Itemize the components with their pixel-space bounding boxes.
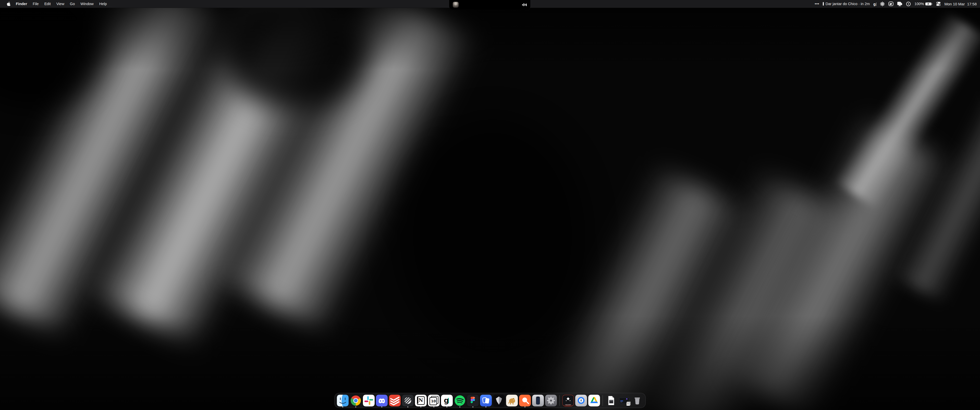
dock-spline[interactable] [493, 393, 505, 408]
dock-google-drive[interactable] [588, 393, 600, 408]
running-indicator [342, 407, 343, 407]
screenshot-file-badge: 11 [626, 402, 630, 406]
notion-glyph: N [415, 397, 427, 403]
menu-help[interactable]: Help [97, 0, 110, 8]
chrome-icon [350, 395, 362, 407]
dock-notion[interactable]: N [415, 393, 427, 408]
grammarly-cursor-icon[interactable]: g [873, 2, 877, 6]
dock-postman[interactable] [519, 393, 531, 408]
spotify-icon [454, 395, 466, 407]
dock-system-settings[interactable] [545, 393, 557, 408]
dock-trash[interactable] [632, 393, 643, 408]
grammarly-icon: g [441, 395, 453, 407]
dock: N 10 g [334, 393, 646, 408]
raycast-label: raycast [562, 404, 574, 405]
menu-go[interactable]: Go [67, 0, 78, 8]
battery-charging-icon [925, 2, 932, 6]
notion-icon: N [415, 395, 427, 407]
apple-logo-icon [6, 2, 11, 6]
menu-edit[interactable]: Edit [41, 0, 54, 8]
figma-icon [467, 395, 479, 407]
grammarly-glyph: g [441, 396, 453, 405]
running-indicator [433, 407, 434, 407]
control-center-icon[interactable] [936, 2, 941, 6]
wallpaper-bottom-shade [0, 0, 980, 410]
running-indicator [355, 407, 356, 407]
dock-divider [559, 395, 560, 406]
system-settings-icon [545, 395, 557, 407]
dock-iphone-mirroring[interactable] [532, 393, 544, 408]
dock-raycast[interactable]: raycast [562, 393, 574, 408]
discord-icon [376, 395, 388, 407]
overflow-ellipsis-icon[interactable]: ••• [815, 2, 819, 6]
dock-1password[interactable] [575, 393, 587, 408]
running-indicator [473, 407, 473, 407]
running-indicator [420, 407, 422, 407]
dock-grammarly[interactable]: g [441, 393, 453, 408]
dock-paste[interactable] [480, 393, 492, 408]
capture-app-icon[interactable] [888, 2, 894, 6]
sun-burst-icon[interactable] [880, 2, 885, 6]
dock-figma[interactable] [467, 393, 479, 408]
google-drive-icon [588, 395, 600, 407]
wallpaper [0, 0, 980, 410]
dock-screenshot-file[interactable]: 11 [618, 393, 630, 408]
dock-todoist[interactable] [389, 393, 401, 408]
document-file-icon [605, 395, 617, 407]
postgres-icon [506, 395, 518, 407]
calendar-event-item[interactable]: Dar jantar do Chico · in 2m [823, 2, 870, 6]
display-mirroring-icon[interactable] [897, 2, 902, 6]
running-indicator [407, 407, 408, 407]
notion-calendar-icon: 10 [428, 395, 440, 407]
menu-view[interactable]: View [54, 0, 67, 8]
menu-bar-left: Finder File Edit View Go Window Help [0, 0, 110, 8]
running-indicator [381, 407, 382, 407]
raycast-icon: raycast [562, 395, 574, 407]
battery-percent: 100% [915, 2, 924, 6]
menubar-clock[interactable]: Mon 10 Mar 17:58 [944, 2, 977, 6]
todoist-icon [389, 395, 401, 407]
dock-document-file[interactable] [605, 393, 617, 408]
menu-file[interactable]: File [30, 0, 41, 8]
event-text: Dar jantar do Chico · in 2m [826, 2, 870, 6]
menu-window[interactable]: Window [78, 0, 97, 8]
dock-notion-calendar[interactable]: 10 [428, 393, 440, 408]
paste-icon [480, 395, 492, 407]
apple-menu[interactable] [4, 0, 13, 8]
running-indicator [446, 407, 447, 407]
dock-divider [603, 395, 603, 406]
dock-finder[interactable] [337, 393, 348, 408]
1password-icon[interactable] [906, 2, 911, 6]
1password-dock-icon [575, 395, 587, 407]
dock-discord[interactable] [376, 393, 388, 408]
dock-slack[interactable] [363, 393, 375, 408]
audio-visualizer-icon [522, 3, 527, 6]
event-bar-icon [823, 2, 824, 6]
dock-chrome[interactable] [350, 393, 362, 408]
spline-icon [493, 395, 505, 407]
now-playing-artwork[interactable] [453, 2, 458, 8]
linear-icon [402, 395, 414, 407]
running-indicator [525, 407, 525, 407]
dock-linear[interactable] [402, 393, 414, 408]
running-indicator [460, 407, 460, 407]
iphone-mirroring-icon [532, 395, 544, 407]
menu-bar-status: ••• Dar jantar do Chico · in 2m g 100% [815, 0, 980, 8]
battery-indicator[interactable]: 100% [915, 2, 932, 6]
menu-finder[interactable]: Finder [13, 0, 30, 8]
notch-area [449, 0, 530, 10]
dock-postgres[interactable] [506, 393, 518, 408]
notion-calendar-date: 10 [428, 399, 440, 403]
clock-time: 17:58 [967, 2, 977, 6]
clock-date: Mon 10 Mar [944, 2, 965, 6]
dock-spotify[interactable] [454, 393, 466, 408]
desktop: Finder File Edit View Go Window Help •••… [0, 0, 980, 410]
running-indicator [485, 407, 487, 407]
postman-icon [519, 395, 531, 407]
slack-icon [363, 395, 375, 407]
trash-icon [632, 395, 643, 407]
finder-icon [337, 395, 348, 407]
screenshot-file-icon: 11 [618, 395, 630, 407]
